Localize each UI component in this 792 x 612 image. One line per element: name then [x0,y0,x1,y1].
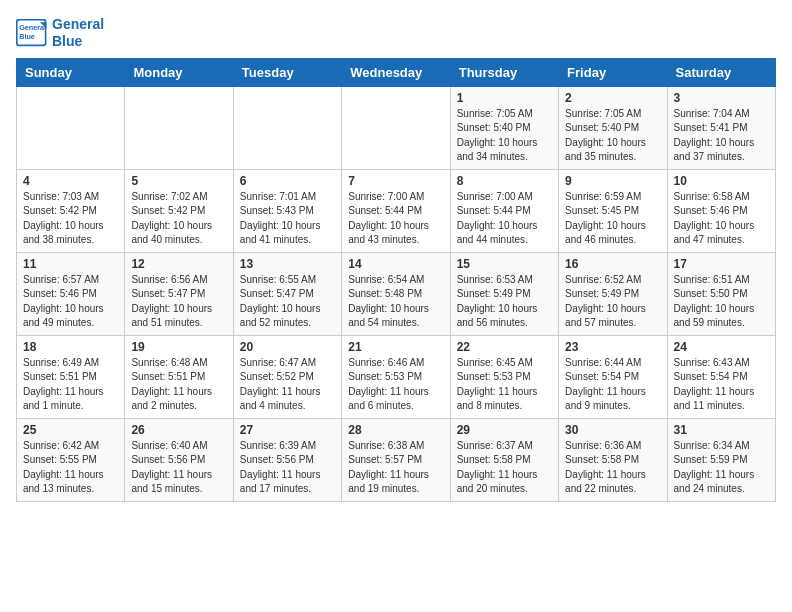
calendar-cell: 9Sunrise: 6:59 AM Sunset: 5:45 PM Daylig… [559,169,667,252]
day-info: Sunrise: 7:00 AM Sunset: 5:44 PM Dayligh… [457,190,552,248]
calendar-cell: 18Sunrise: 6:49 AM Sunset: 5:51 PM Dayli… [17,335,125,418]
column-header-friday: Friday [559,58,667,86]
logo: General Blue General Blue [16,16,104,50]
day-number: 30 [565,423,660,437]
calendar-week-2: 4Sunrise: 7:03 AM Sunset: 5:42 PM Daylig… [17,169,776,252]
calendar-cell: 28Sunrise: 6:38 AM Sunset: 5:57 PM Dayli… [342,418,450,501]
calendar-cell: 4Sunrise: 7:03 AM Sunset: 5:42 PM Daylig… [17,169,125,252]
day-info: Sunrise: 6:54 AM Sunset: 5:48 PM Dayligh… [348,273,443,331]
calendar-cell: 5Sunrise: 7:02 AM Sunset: 5:42 PM Daylig… [125,169,233,252]
day-number: 10 [674,174,769,188]
day-number: 20 [240,340,335,354]
calendar-cell: 3Sunrise: 7:04 AM Sunset: 5:41 PM Daylig… [667,86,775,169]
calendar-cell: 23Sunrise: 6:44 AM Sunset: 5:54 PM Dayli… [559,335,667,418]
day-number: 15 [457,257,552,271]
day-number: 2 [565,91,660,105]
day-number: 17 [674,257,769,271]
calendar-table: SundayMondayTuesdayWednesdayThursdayFrid… [16,58,776,502]
day-number: 3 [674,91,769,105]
calendar-cell: 29Sunrise: 6:37 AM Sunset: 5:58 PM Dayli… [450,418,558,501]
day-number: 24 [674,340,769,354]
day-number: 31 [674,423,769,437]
day-number: 7 [348,174,443,188]
calendar-cell: 10Sunrise: 6:58 AM Sunset: 5:46 PM Dayli… [667,169,775,252]
calendar-cell: 20Sunrise: 6:47 AM Sunset: 5:52 PM Dayli… [233,335,341,418]
calendar-cell: 6Sunrise: 7:01 AM Sunset: 5:43 PM Daylig… [233,169,341,252]
calendar-cell: 22Sunrise: 6:45 AM Sunset: 5:53 PM Dayli… [450,335,558,418]
calendar-week-4: 18Sunrise: 6:49 AM Sunset: 5:51 PM Dayli… [17,335,776,418]
day-info: Sunrise: 6:59 AM Sunset: 5:45 PM Dayligh… [565,190,660,248]
day-info: Sunrise: 6:55 AM Sunset: 5:47 PM Dayligh… [240,273,335,331]
calendar-cell: 12Sunrise: 6:56 AM Sunset: 5:47 PM Dayli… [125,252,233,335]
day-number: 25 [23,423,118,437]
day-info: Sunrise: 6:42 AM Sunset: 5:55 PM Dayligh… [23,439,118,497]
day-info: Sunrise: 6:58 AM Sunset: 5:46 PM Dayligh… [674,190,769,248]
day-number: 13 [240,257,335,271]
day-number: 8 [457,174,552,188]
logo-text: General Blue [52,16,104,50]
day-info: Sunrise: 6:48 AM Sunset: 5:51 PM Dayligh… [131,356,226,414]
calendar-cell: 1Sunrise: 7:05 AM Sunset: 5:40 PM Daylig… [450,86,558,169]
day-info: Sunrise: 7:05 AM Sunset: 5:40 PM Dayligh… [457,107,552,165]
day-number: 28 [348,423,443,437]
calendar-cell: 14Sunrise: 6:54 AM Sunset: 5:48 PM Dayli… [342,252,450,335]
page-header: General Blue General Blue [16,16,776,50]
day-number: 12 [131,257,226,271]
day-info: Sunrise: 7:01 AM Sunset: 5:43 PM Dayligh… [240,190,335,248]
day-info: Sunrise: 7:02 AM Sunset: 5:42 PM Dayligh… [131,190,226,248]
day-info: Sunrise: 6:51 AM Sunset: 5:50 PM Dayligh… [674,273,769,331]
day-number: 29 [457,423,552,437]
day-number: 27 [240,423,335,437]
day-number: 1 [457,91,552,105]
day-number: 26 [131,423,226,437]
column-header-sunday: Sunday [17,58,125,86]
day-info: Sunrise: 6:36 AM Sunset: 5:58 PM Dayligh… [565,439,660,497]
calendar-week-5: 25Sunrise: 6:42 AM Sunset: 5:55 PM Dayli… [17,418,776,501]
day-info: Sunrise: 6:56 AM Sunset: 5:47 PM Dayligh… [131,273,226,331]
calendar-cell: 16Sunrise: 6:52 AM Sunset: 5:49 PM Dayli… [559,252,667,335]
day-number: 5 [131,174,226,188]
day-number: 9 [565,174,660,188]
day-number: 23 [565,340,660,354]
day-info: Sunrise: 6:39 AM Sunset: 5:56 PM Dayligh… [240,439,335,497]
day-info: Sunrise: 7:04 AM Sunset: 5:41 PM Dayligh… [674,107,769,165]
calendar-cell: 30Sunrise: 6:36 AM Sunset: 5:58 PM Dayli… [559,418,667,501]
day-info: Sunrise: 6:47 AM Sunset: 5:52 PM Dayligh… [240,356,335,414]
day-info: Sunrise: 6:45 AM Sunset: 5:53 PM Dayligh… [457,356,552,414]
calendar-cell [342,86,450,169]
calendar-cell: 8Sunrise: 7:00 AM Sunset: 5:44 PM Daylig… [450,169,558,252]
calendar-cell: 17Sunrise: 6:51 AM Sunset: 5:50 PM Dayli… [667,252,775,335]
calendar-cell [125,86,233,169]
day-info: Sunrise: 6:46 AM Sunset: 5:53 PM Dayligh… [348,356,443,414]
day-info: Sunrise: 7:03 AM Sunset: 5:42 PM Dayligh… [23,190,118,248]
calendar-cell: 27Sunrise: 6:39 AM Sunset: 5:56 PM Dayli… [233,418,341,501]
column-header-saturday: Saturday [667,58,775,86]
calendar-cell: 11Sunrise: 6:57 AM Sunset: 5:46 PM Dayli… [17,252,125,335]
calendar-cell: 13Sunrise: 6:55 AM Sunset: 5:47 PM Dayli… [233,252,341,335]
day-number: 11 [23,257,118,271]
calendar-cell: 26Sunrise: 6:40 AM Sunset: 5:56 PM Dayli… [125,418,233,501]
column-header-wednesday: Wednesday [342,58,450,86]
svg-text:Blue: Blue [19,32,35,41]
day-info: Sunrise: 7:05 AM Sunset: 5:40 PM Dayligh… [565,107,660,165]
day-number: 16 [565,257,660,271]
day-info: Sunrise: 6:53 AM Sunset: 5:49 PM Dayligh… [457,273,552,331]
day-info: Sunrise: 6:44 AM Sunset: 5:54 PM Dayligh… [565,356,660,414]
calendar-cell: 24Sunrise: 6:43 AM Sunset: 5:54 PM Dayli… [667,335,775,418]
column-header-monday: Monday [125,58,233,86]
calendar-cell: 15Sunrise: 6:53 AM Sunset: 5:49 PM Dayli… [450,252,558,335]
calendar-cell: 7Sunrise: 7:00 AM Sunset: 5:44 PM Daylig… [342,169,450,252]
logo-icon: General Blue [16,19,48,47]
day-info: Sunrise: 6:52 AM Sunset: 5:49 PM Dayligh… [565,273,660,331]
calendar-cell: 19Sunrise: 6:48 AM Sunset: 5:51 PM Dayli… [125,335,233,418]
day-info: Sunrise: 6:37 AM Sunset: 5:58 PM Dayligh… [457,439,552,497]
day-number: 19 [131,340,226,354]
day-info: Sunrise: 6:57 AM Sunset: 5:46 PM Dayligh… [23,273,118,331]
svg-text:General: General [19,23,46,32]
day-number: 22 [457,340,552,354]
day-number: 18 [23,340,118,354]
calendar-week-1: 1Sunrise: 7:05 AM Sunset: 5:40 PM Daylig… [17,86,776,169]
calendar-header-row: SundayMondayTuesdayWednesdayThursdayFrid… [17,58,776,86]
day-info: Sunrise: 6:38 AM Sunset: 5:57 PM Dayligh… [348,439,443,497]
day-number: 21 [348,340,443,354]
